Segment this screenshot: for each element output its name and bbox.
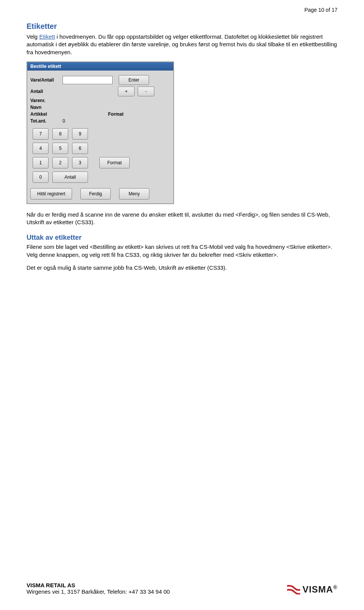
paragraph-intro: Velg Etikett i hovedmenyen. Du får opp o… <box>27 33 337 56</box>
key-1[interactable]: 1 <box>33 157 49 168</box>
label-navn: Navn <box>30 105 63 110</box>
input-vare-antall[interactable] <box>63 76 113 84</box>
meny-button[interactable]: Meny <box>119 188 149 200</box>
key-6[interactable]: 6 <box>72 143 88 154</box>
heading-etiketter: Etiketter <box>27 22 337 31</box>
label-format: Format <box>108 112 124 117</box>
key-8[interactable]: 8 <box>52 128 68 140</box>
window-body: Vare/Antall Enter Antall + - Varenr. <box>27 71 173 203</box>
label-totant: Tot.ant. <box>30 118 63 124</box>
logo-reg: ® <box>333 584 337 590</box>
page-number: Page 10 of 17 <box>304 7 337 13</box>
page-num-total: 17 <box>331 7 337 13</box>
plus-button[interactable]: + <box>118 86 135 96</box>
page-num-current: 10 <box>318 7 324 13</box>
key-0[interactable]: 0 <box>33 171 49 183</box>
visma-logo-text: VISMA® <box>303 584 337 595</box>
format-button[interactable]: Format <box>99 157 130 168</box>
key-9[interactable]: 9 <box>72 128 88 140</box>
footer-left: VISMA RETAIL AS Wirgenes vei 1, 3157 Bar… <box>27 582 170 595</box>
logo-text-value: VISMA <box>303 584 333 594</box>
page-num-of: of <box>324 7 331 13</box>
label-varenr: Varenr. <box>30 98 63 103</box>
p1-rest: i hovedmenyen. Du får opp oppstartsbilde… <box>27 33 337 55</box>
p1-link-etikett: Etikett <box>39 33 55 40</box>
label-antall: Antall <box>30 89 63 94</box>
hittil-registrert-button[interactable]: Hittil registrert <box>30 188 72 200</box>
enter-button[interactable]: Enter <box>119 75 149 85</box>
key-3[interactable]: 3 <box>72 157 88 168</box>
label-vare-antall: Vare/Antall <box>30 77 63 83</box>
p1-prefix: Velg <box>27 33 39 40</box>
ferdig-button[interactable]: Ferdig <box>80 188 111 200</box>
value-totant: 0 <box>63 118 65 124</box>
page-footer: VISMA RETAIL AS Wirgenes vei 1, 3157 Bar… <box>27 582 337 595</box>
key-2[interactable]: 2 <box>52 157 68 168</box>
key-5[interactable]: 5 <box>52 143 68 154</box>
label-artikkel: Artikkel <box>30 112 63 117</box>
page-num-prefix: Page <box>304 7 318 13</box>
minus-button[interactable]: - <box>138 86 154 96</box>
paragraph-uttak-2: Det er også mulig å starte samme jobb fr… <box>27 264 337 272</box>
footer-company: VISMA RETAIL AS <box>27 582 170 588</box>
window-title: Bestille etikett <box>27 62 173 71</box>
paragraph-uttak-1: Filene som ble laget ved <Bestilling av … <box>27 243 337 259</box>
paragraph-ferdig: Når du er ferdig med å scanne inn de var… <box>27 211 337 226</box>
app-screenshot: Bestille etikett Vare/Antall Enter Antal… <box>27 61 174 204</box>
key-7[interactable]: 7 <box>33 128 49 140</box>
heading-uttak: Uttak av etiketter <box>27 234 337 242</box>
antall-button[interactable]: Antall <box>52 171 88 183</box>
visma-logo: VISMA® <box>287 584 337 595</box>
numeric-keypad: 7 8 9 4 5 6 1 2 3 Format <box>33 128 170 183</box>
footer-address: Wirgenes vei 1, 3157 Barkåker, Telefon: … <box>27 588 170 595</box>
key-4[interactable]: 4 <box>33 143 49 154</box>
visma-logo-icon <box>287 585 300 594</box>
